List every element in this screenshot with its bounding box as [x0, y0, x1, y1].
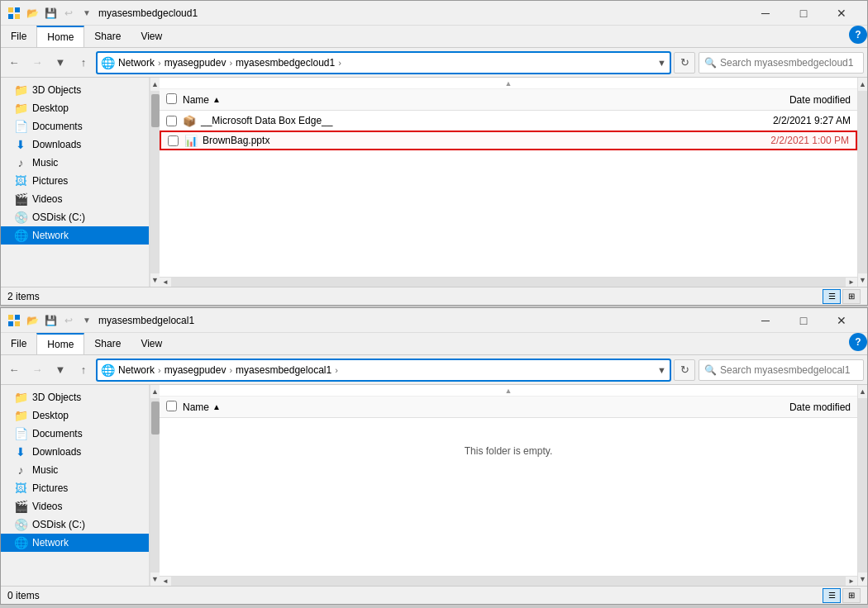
pictures-icon: 🖼 [14, 482, 27, 495]
vscroll-track-bottom [858, 398, 868, 572]
folder-icon: 📁 [14, 391, 27, 404]
vscroll-down-top[interactable]: ▼ [858, 273, 868, 287]
back-button-top[interactable]: ← [4, 52, 24, 74]
up-button-bottom[interactable]: ↑ [74, 359, 93, 381]
dropdown-icon-bottom: ▼ [80, 314, 93, 327]
file-checkbox-brownbag[interactable] [168, 135, 179, 146]
back-button-bottom[interactable]: ← [4, 359, 24, 381]
search-input-bottom[interactable] [720, 364, 858, 376]
maximize-button-top[interactable]: □ [785, 1, 823, 26]
search-input-top[interactable] [720, 57, 858, 69]
recent-button-top[interactable]: ▼ [50, 52, 70, 74]
sidebar-item-osdisk-top[interactable]: 💿 OSDisk (C:) [1, 208, 149, 226]
svg-rect-5 [15, 315, 20, 320]
forward-button-bottom[interactable]: → [27, 359, 47, 381]
sidebar-item-videos-top[interactable]: 🎬 Videos [1, 190, 149, 208]
tab-share-top[interactable]: Share [84, 26, 131, 47]
breadcrumb-host-top[interactable]: myasegpudev [165, 57, 227, 69]
close-button-top[interactable]: ✕ [823, 1, 861, 26]
header-date-bottom[interactable]: Date modified [718, 401, 851, 413]
sidebar-item-3dobjects-top[interactable]: 📁 3D Objects [1, 81, 149, 99]
scroll-down-bottom[interactable]: ▼ [150, 572, 160, 586]
hscroll-top: ◄ ► [160, 277, 857, 287]
recent-button-bottom[interactable]: ▼ [50, 359, 70, 381]
address-bar-bottom[interactable]: 🌐 Network › myasegpudev › myasesmbedgelo… [97, 359, 670, 381]
header-check-top[interactable] [166, 93, 183, 107]
select-all-checkbox-top[interactable] [166, 93, 177, 104]
downloads-icon: ⬇ [14, 445, 27, 458]
breadcrumb-share-top[interactable]: myasesmbedgecloud1 [236, 57, 335, 69]
scroll-down-top[interactable]: ▼ [150, 273, 160, 287]
tab-share-bottom[interactable]: Share [84, 333, 131, 354]
ribbon-tabs-bottom: File Home Share View ? [1, 333, 867, 354]
file-checkbox-edge[interactable] [166, 116, 177, 126]
sidebar-item-osdisk-bottom[interactable]: 💿 OSDisk (C:) [1, 515, 149, 534]
search-box-top[interactable]: 🔍 [699, 52, 864, 74]
tab-file-bottom[interactable]: File [1, 333, 36, 354]
breadcrumb-network-bottom[interactable]: Network [118, 364, 155, 376]
address-bar-top[interactable]: 🌐 Network › myasegpudev › myasesmbedgecl… [97, 52, 670, 74]
quick-access-icon-bottom: 📂 [26, 314, 39, 327]
vscroll-up-top[interactable]: ▲ [858, 78, 868, 91]
breadcrumb-host-bottom[interactable]: myasegpudev [165, 364, 227, 376]
breadcrumb-share-bottom[interactable]: myasesmbedgelocal1 [236, 364, 331, 376]
vscroll-up-bottom[interactable]: ▲ [858, 385, 868, 398]
tab-home-top[interactable]: Home [36, 26, 84, 47]
window-icon-bottom [7, 314, 21, 327]
header-name-bottom[interactable]: Name ▲ [183, 401, 718, 413]
details-view-button-top[interactable]: ☰ [823, 289, 841, 304]
large-icon-view-button-bottom[interactable]: ⊞ [842, 588, 861, 603]
hscroll-left-top[interactable]: ◄ [160, 278, 171, 287]
window-body-bottom: 📁 3D Objects 📁 Desktop 📄 Documents ⬇ Dow… [1, 385, 867, 586]
help-button-bottom[interactable]: ? [849, 333, 867, 351]
maximize-button-bottom[interactable]: □ [785, 308, 823, 333]
address-chevron-bottom[interactable]: ▼ [657, 365, 666, 375]
sidebar-item-pictures-bottom[interactable]: 🖼 Pictures [1, 479, 149, 497]
file-row-brownbag[interactable]: 📊 BrownBag.pptx 2/2/2021 1:00 PM [160, 131, 857, 150]
sidebar-item-videos-bottom[interactable]: 🎬 Videos [1, 497, 149, 515]
refresh-button-bottom[interactable]: ↻ [674, 359, 695, 381]
sidebar-item-pictures-top[interactable]: 🖼 Pictures [1, 172, 149, 190]
sidebar-item-downloads-bottom[interactable]: ⬇ Downloads [1, 443, 149, 461]
sidebar-item-music-bottom[interactable]: ♪ Music [1, 461, 149, 479]
hscroll-right-bottom[interactable]: ► [846, 577, 857, 587]
header-name-top[interactable]: Name ▲ [183, 94, 718, 106]
svg-rect-4 [8, 315, 13, 320]
sidebar-item-documents-top[interactable]: 📄 Documents [1, 117, 149, 135]
scroll-thumb-top[interactable] [151, 94, 160, 127]
tab-home-bottom[interactable]: Home [36, 333, 84, 354]
hscroll-right-top[interactable]: ► [846, 278, 857, 287]
minimize-button-top[interactable]: ─ [746, 1, 785, 26]
header-date-top[interactable]: Date modified [718, 94, 851, 106]
up-button-top[interactable]: ↑ [74, 52, 93, 74]
large-icon-view-button-top[interactable]: ⊞ [842, 289, 861, 304]
minimize-button-bottom[interactable]: ─ [746, 308, 785, 333]
sidebar-item-desktop-top[interactable]: 📁 Desktop [1, 99, 149, 117]
file-row-edge[interactable]: 📦 __Microsoft Data Box Edge__ 2/2/2021 9… [160, 111, 857, 131]
refresh-button-top[interactable]: ↻ [674, 52, 695, 74]
sidebar-item-music-top[interactable]: ♪ Music [1, 154, 149, 172]
tab-view-top[interactable]: View [131, 26, 172, 47]
help-button-top[interactable]: ? [849, 26, 867, 44]
tab-file-top[interactable]: File [1, 26, 36, 47]
header-check-bottom[interactable] [166, 401, 183, 414]
breadcrumb-network-top[interactable]: Network [118, 57, 155, 69]
sidebar-item-network-bottom[interactable]: 🌐 Network [1, 534, 149, 552]
search-box-bottom[interactable]: 🔍 [699, 359, 864, 381]
sidebar-item-3dobjects-bottom[interactable]: 📁 3D Objects [1, 388, 149, 406]
sidebar-item-documents-bottom[interactable]: 📄 Documents [1, 425, 149, 443]
select-all-checkbox-bottom[interactable] [166, 401, 177, 411]
scroll-thumb-bottom[interactable] [151, 401, 160, 435]
details-view-button-bottom[interactable]: ☰ [823, 588, 841, 603]
sidebar-item-network-top[interactable]: 🌐 Network [1, 226, 149, 245]
scroll-up-top[interactable]: ▲ [150, 78, 160, 91]
sidebar-item-downloads-top[interactable]: ⬇ Downloads [1, 135, 149, 154]
forward-button-top[interactable]: → [27, 52, 47, 74]
address-chevron-top[interactable]: ▼ [657, 58, 666, 68]
vscroll-down-bottom[interactable]: ▼ [858, 572, 868, 586]
close-button-bottom[interactable]: ✕ [823, 308, 861, 333]
tab-view-bottom[interactable]: View [131, 333, 172, 354]
scroll-up-bottom[interactable]: ▲ [150, 385, 160, 398]
sidebar-item-desktop-bottom[interactable]: 📁 Desktop [1, 406, 149, 425]
hscroll-left-bottom[interactable]: ◄ [160, 577, 171, 587]
